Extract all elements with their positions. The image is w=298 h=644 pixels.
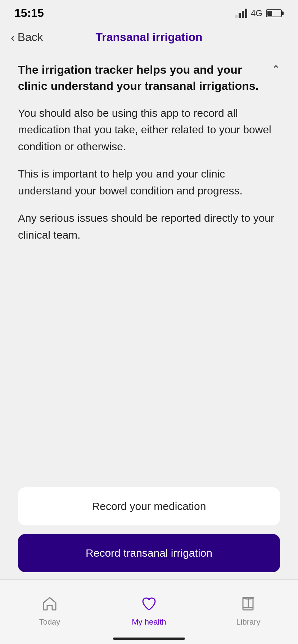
status-bar: 15:15 4G (0, 0, 298, 23)
tab-today-label: Today (39, 617, 60, 627)
back-label: Back (18, 31, 43, 44)
info-paragraph-3: Any serious issues should be reported di… (18, 210, 280, 243)
back-button[interactable]: ‹ Back (11, 31, 43, 44)
tab-my-health-label: My health (132, 617, 166, 627)
info-title: The irrigation tracker helps you and you… (18, 62, 272, 94)
content-area: The irrigation tracker helps you and you… (0, 51, 298, 258)
collapse-icon[interactable]: ⌃ (272, 63, 280, 75)
bottom-buttons: Record your medication Record transanal … (0, 487, 298, 572)
battery-icon (266, 9, 284, 17)
info-paragraph-2: This is important to help you and your c… (18, 166, 280, 199)
status-icons: 4G (235, 8, 284, 18)
tab-my-health[interactable]: My health (99, 594, 199, 627)
status-time: 15:15 (14, 6, 44, 20)
tab-library-label: Library (236, 617, 260, 627)
tab-today[interactable]: Today (0, 594, 99, 627)
record-irrigation-button[interactable]: Record transanal irrigation (18, 534, 280, 572)
info-paragraph-1: You should also be using this app to rec… (18, 105, 280, 155)
network-label: 4G (251, 8, 262, 18)
back-chevron-icon: ‹ (11, 32, 15, 43)
tab-bar: Today My health Library (0, 579, 298, 644)
record-medication-button[interactable]: Record your medication (18, 487, 280, 525)
info-card: The irrigation tracker helps you and you… (18, 62, 280, 243)
home-icon (40, 594, 60, 614)
info-body: You should also be using this app to rec… (18, 105, 280, 244)
page-title: Transanal irrigation (96, 31, 203, 44)
heart-icon (139, 594, 159, 614)
info-header: The irrigation tracker helps you and you… (18, 62, 280, 94)
nav-bar: ‹ Back Transanal irrigation (0, 23, 298, 51)
signal-icon (235, 9, 247, 18)
tab-library[interactable]: Library (199, 594, 298, 627)
book-icon (238, 594, 258, 614)
home-indicator (113, 638, 185, 640)
